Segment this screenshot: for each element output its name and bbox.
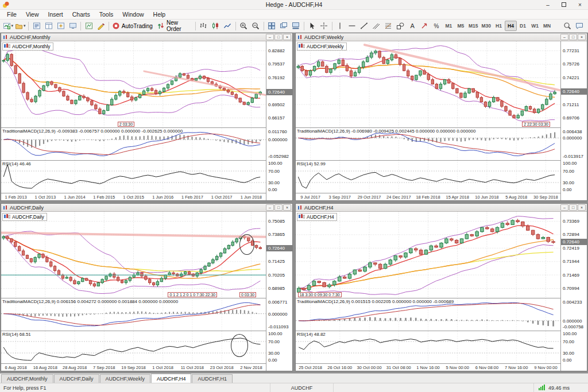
rsi-panel[interactable]: RSI(14) 52.99	[296, 160, 560, 193]
chevron-down-icon[interactable]: ▾	[11, 24, 14, 28]
timeframe-d1-button[interactable]: D1	[517, 21, 529, 31]
chart-tab[interactable]: AUDCHF,H1	[192, 374, 233, 383]
text-label-button[interactable]: A	[407, 20, 418, 32]
chat-button[interactable]	[574, 20, 585, 32]
chart-window-titlebar[interactable]: AUDCHF,Monthly – □ ×	[1, 33, 292, 41]
time-axis[interactable]: 25 Oct 201826 Oct 16:0030 Oct 00:0031 Oc…	[296, 363, 560, 371]
crosshair-button[interactable]	[318, 20, 330, 32]
search-button[interactable]	[562, 20, 573, 32]
window-close-button[interactable]: ×	[572, 0, 588, 9]
rsi-panel[interactable]: RSI(14) 48.82	[296, 331, 560, 363]
data-window-button[interactable]	[43, 20, 55, 32]
price-axis[interactable]: 0.750850.738650.714250.702050.689850.726…	[266, 212, 292, 371]
menu-insert[interactable]: Insert	[44, 10, 68, 18]
menu-help[interactable]: Help	[149, 10, 171, 18]
time-axis[interactable]: 6 Aug 201816 Aug 201828 Aug 20187 Sep 20…	[1, 363, 266, 371]
chart-tab[interactable]: AUDCHF,Daily	[54, 374, 99, 383]
timeframe-m1-button[interactable]: M1	[443, 21, 455, 31]
profiles-button[interactable]: ▾	[14, 20, 26, 32]
fibonacci-button[interactable]	[382, 20, 394, 32]
menu-tools[interactable]: Tools	[95, 10, 118, 18]
price-chart[interactable]: AUDCHF,Monthly 2 03:30	[1, 41, 266, 127]
chart-maximize-button[interactable]: □	[274, 34, 283, 40]
price-axis[interactable]: 0.828820.795370.761920.695020.661570.726…	[266, 41, 292, 200]
chevron-down-icon[interactable]: ▾	[24, 24, 26, 28]
trendline-button[interactable]	[358, 20, 370, 32]
strategy-tester-button[interactable]	[83, 20, 95, 32]
autotrading-button[interactable]: AutoTrading	[111, 20, 153, 32]
chart-window-titlebar[interactable]: AUDCHF,Weekly – □ ×	[296, 33, 587, 41]
terminal-button[interactable]	[67, 20, 79, 32]
chart-close-button[interactable]: ×	[283, 34, 291, 40]
time-axis[interactable]: 1 Feb 20131 Oct 20131 Jun 20141 Feb 2015…	[1, 193, 266, 200]
percent-tool-button[interactable]: %	[431, 20, 442, 32]
zoom-in-button[interactable]	[238, 20, 249, 32]
chart-close-button[interactable]: ×	[578, 204, 586, 211]
rsi-panel[interactable]: RSI(14) 46.46	[1, 160, 266, 193]
price-chart[interactable]: AUDCHF,H4 18 3:30 0 09:30 0 7:30	[296, 212, 560, 298]
price-chart[interactable]: AUDCHF,Daily 0 1 2 1 2 0 1 0 7:30 22:300…	[1, 212, 266, 298]
macd-panel[interactable]: TraditionalMACD(12,26,9) 0.001515 0.0022…	[296, 298, 560, 331]
timeframe-m30-button[interactable]: M30	[479, 21, 493, 31]
chart-tab[interactable]: AUDCHF,Monthly	[1, 374, 53, 383]
new-chart-button[interactable]: ▾	[2, 20, 14, 32]
zoom-out-button[interactable]	[250, 20, 261, 32]
vertical-line-button[interactable]	[334, 20, 346, 32]
ellipse-annotation[interactable]	[231, 334, 248, 357]
chart-maximize-button[interactable]: □	[569, 34, 577, 40]
shapes-button[interactable]	[394, 20, 406, 32]
window-maximize-button[interactable]	[556, 0, 572, 9]
macd-panel[interactable]: TraditionalMACD(12,26,9) 0.006156 0.0042…	[1, 298, 266, 331]
chart-window-titlebar[interactable]: AUDCHF,Daily – □ ×	[1, 204, 292, 212]
dock-windows-button[interactable]	[290, 20, 301, 32]
bars-chart-button[interactable]	[198, 20, 209, 32]
chart-tab[interactable]: AUDCHF,Weekly	[100, 374, 150, 383]
chart-maximize-button[interactable]: □	[274, 204, 283, 211]
chart-minimize-button[interactable]: –	[266, 204, 274, 211]
legend-symbol-icon	[4, 44, 10, 49]
chart-window-titlebar[interactable]: AUDCHF,H4 – □ ×	[296, 204, 587, 212]
cursor-button[interactable]	[306, 20, 318, 32]
timeframe-h4-button[interactable]: H4	[505, 21, 517, 31]
chart-minimize-button[interactable]: –	[266, 34, 274, 40]
window-minimize-button[interactable]: –	[540, 0, 556, 9]
tile-windows-button[interactable]	[266, 20, 277, 32]
cascade-windows-button[interactable]	[278, 20, 289, 32]
macd-panel[interactable]: TraditionalMACD(12,26,9) -0.006980 -0.00…	[296, 127, 560, 160]
new-order-button[interactable]: New Order	[154, 20, 193, 32]
chart-minimize-button[interactable]: –	[560, 204, 568, 211]
horizontal-line-button[interactable]	[346, 20, 358, 32]
time-axis[interactable]: 9 Jul 20173 Sep 201729 Oct 201724 Dec 20…	[296, 193, 560, 200]
chart-maximize-button[interactable]: □	[569, 204, 577, 211]
menu-file[interactable]: File	[2, 10, 21, 18]
market-watch-button[interactable]	[31, 20, 42, 32]
price-axis[interactable]: 0.733690.728940.724190.719440.714690.709…	[560, 212, 587, 371]
menu-charts[interactable]: Charts	[68, 10, 95, 18]
candlestick-chart-button[interactable]	[210, 20, 221, 32]
timeframe-m15-button[interactable]: M15	[467, 21, 480, 31]
chart-close-button[interactable]: ×	[578, 34, 586, 40]
line-chart-button[interactable]	[222, 20, 233, 32]
rsi-panel[interactable]: RSI(14) 68.51	[1, 331, 266, 363]
price-chart[interactable]: AUDCHF,Weekly 2 22:30 03:30	[296, 41, 560, 127]
menu-view[interactable]: View	[21, 10, 44, 18]
timeframe-m5-button[interactable]: M5	[455, 21, 467, 31]
chart-minimize-button[interactable]: –	[560, 34, 568, 40]
navigator-button[interactable]	[55, 20, 67, 32]
ellipse-annotation[interactable]	[239, 234, 254, 255]
arrow-marks-button[interactable]	[419, 20, 430, 32]
macd-panel[interactable]: TraditionalMACD(12,26,9) -0.009383 -0.00…	[1, 127, 266, 160]
metaeditor-button[interactable]	[95, 20, 107, 32]
chart-close-button[interactable]: ×	[283, 204, 291, 211]
price-axis[interactable]: 0.772310.757260.742210.712110.697060.726…	[560, 41, 587, 200]
timeframe-h1-button[interactable]: H1	[493, 21, 505, 31]
chart-tab[interactable]: AUDCHF,H4	[151, 374, 192, 383]
window-titlebar[interactable]: Hedge - AUDCHF,H4 – ×	[0, 0, 588, 10]
menu-window[interactable]: Window	[118, 10, 148, 18]
data-window-icon	[45, 22, 53, 30]
timeframe-mn-button[interactable]: MN	[541, 21, 553, 31]
timeframe-w1-button[interactable]: W1	[529, 21, 541, 31]
connection-status[interactable]: 49.46 ms	[533, 383, 588, 392]
application-window: Hedge - AUDCHF,H4 – × FileViewInsertChar…	[0, 0, 588, 392]
channel-button[interactable]	[370, 20, 382, 32]
